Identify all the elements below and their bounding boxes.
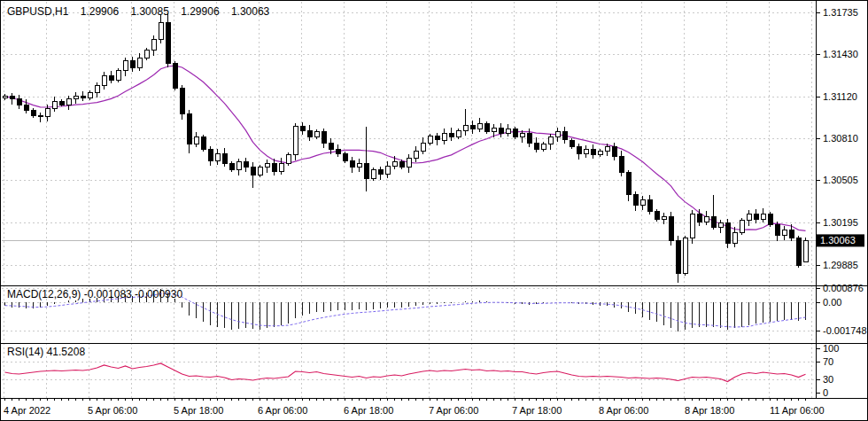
rsi-indicator-label: RSI(14) 41.5208 bbox=[7, 346, 85, 358]
candlesticks bbox=[3, 13, 808, 283]
chart-header: GBPUSD,H1 1.29906 1.30085 1.29906 1.3006… bbox=[7, 5, 278, 18]
current-price-tag: 1.30063 bbox=[817, 234, 864, 246]
chart-canvas[interactable]: 1.317351.314301.311201.308101.305051.301… bbox=[1, 1, 868, 421]
svg-text:70: 70 bbox=[823, 356, 833, 367]
svg-text:0: 0 bbox=[823, 387, 828, 398]
svg-text:5 Apr 18:00: 5 Apr 18:00 bbox=[174, 405, 223, 416]
svg-text:8 Apr 06:00: 8 Apr 06:00 bbox=[599, 405, 648, 416]
trading-chart-window: 1.317351.314301.311201.308101.305051.301… bbox=[0, 0, 868, 421]
svg-text:30: 30 bbox=[823, 374, 833, 385]
svg-text:1.29885: 1.29885 bbox=[823, 260, 858, 270]
svg-text:7 Apr 18:00: 7 Apr 18:00 bbox=[512, 405, 562, 416]
price-axis[interactable]: 1.317351.314301.311201.308101.305051.301… bbox=[816, 7, 867, 398]
svg-text:6 Apr 06:00: 6 Apr 06:00 bbox=[258, 405, 307, 416]
svg-text:1.31430: 1.31430 bbox=[823, 49, 858, 59]
rsi-line bbox=[5, 363, 806, 382]
svg-text:100: 100 bbox=[823, 343, 839, 354]
svg-text:5 Apr 06:00: 5 Apr 06:00 bbox=[88, 405, 137, 416]
svg-text:8 Apr 18:00: 8 Apr 18:00 bbox=[685, 405, 734, 416]
close-value: 1.30063 bbox=[231, 5, 269, 18]
svg-text:0.000876: 0.000876 bbox=[823, 283, 864, 293]
symbol-period-label: GBPUSD,H1 bbox=[7, 5, 68, 18]
svg-text:6 Apr 18:00: 6 Apr 18:00 bbox=[344, 405, 393, 416]
svg-text:1.30195: 1.30195 bbox=[823, 217, 858, 228]
svg-text:-0.001748: -0.001748 bbox=[823, 325, 867, 336]
svg-text:4 Apr 2022: 4 Apr 2022 bbox=[4, 405, 50, 416]
svg-text:1.31120: 1.31120 bbox=[823, 91, 857, 102]
ma-line bbox=[5, 66, 806, 230]
svg-text:1.30505: 1.30505 bbox=[823, 175, 858, 185]
svg-text:11 Apr 06:00: 11 Apr 06:00 bbox=[770, 405, 825, 416]
svg-text:0.00: 0.00 bbox=[823, 297, 841, 308]
low-value: 1.29906 bbox=[181, 5, 219, 18]
svg-text:1.31735: 1.31735 bbox=[823, 7, 858, 18]
open-value: 1.29906 bbox=[81, 5, 119, 18]
high-value: 1.30085 bbox=[130, 5, 168, 18]
macd-indicator-label: MACD(12,26,9) -0.001083 -0.000930 bbox=[7, 288, 182, 300]
svg-text:7 Apr 06:00: 7 Apr 06:00 bbox=[429, 405, 478, 416]
svg-text:1.30063: 1.30063 bbox=[820, 235, 856, 246]
time-axis[interactable]: 4 Apr 20225 Apr 06:005 Apr 18:006 Apr 06… bbox=[4, 399, 825, 416]
svg-text:1.30810: 1.30810 bbox=[823, 133, 858, 144]
